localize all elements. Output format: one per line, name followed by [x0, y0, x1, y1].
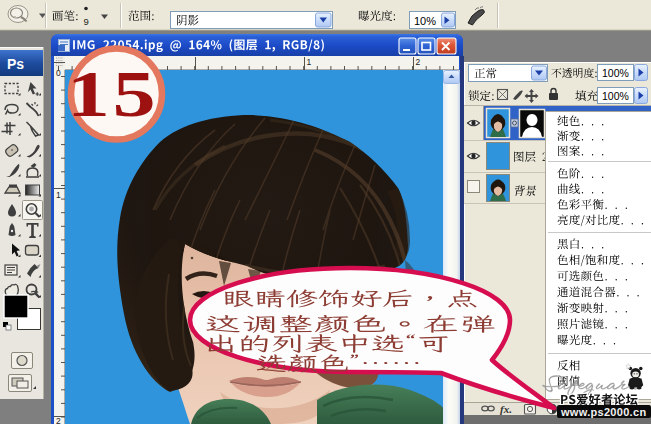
svg-text:100%: 100%	[602, 67, 629, 79]
svg-text:100%: 100%	[602, 90, 629, 102]
svg-text:2: 2	[416, 57, 421, 67]
svg-text:1: 1	[56, 190, 61, 200]
svg-text:15: 15	[67, 56, 159, 130]
svg-text:fx.: fx.	[500, 403, 512, 415]
svg-text:1: 1	[307, 57, 312, 67]
svg-text:9: 9	[84, 16, 89, 27]
svg-text:10%: 10%	[414, 15, 436, 27]
svg-text:0: 0	[56, 68, 61, 78]
svg-text:2: 2	[56, 416, 61, 424]
svg-text:Ps: Ps	[7, 56, 24, 72]
svg-text:www.ps2000.cn: www.ps2000.cn	[560, 406, 646, 418]
